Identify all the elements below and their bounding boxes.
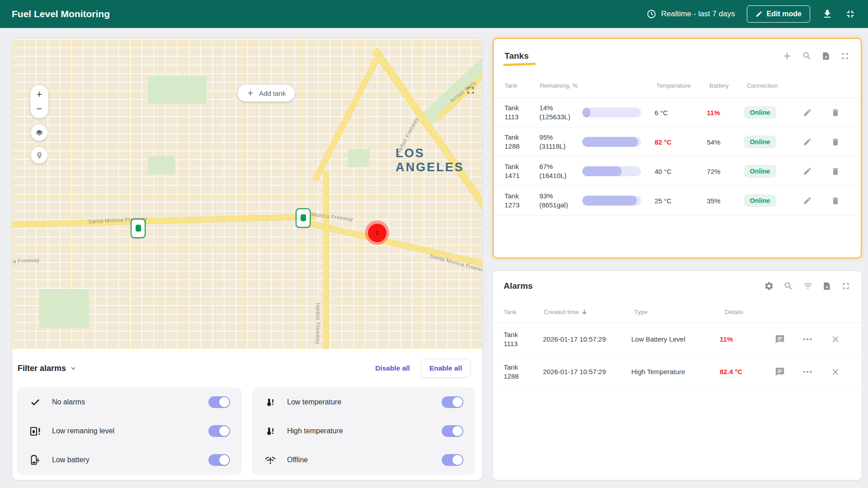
time-range-selector[interactable]: Realtime - last 7 days	[646, 9, 735, 19]
map-location-button[interactable]	[31, 147, 47, 164]
close-icon[interactable]	[831, 367, 840, 376]
table-row-tank-1471[interactable]: Tank1471 67%(16410L) 40 °C 72% Online	[494, 157, 861, 186]
remaining-volume: (125633L)	[539, 113, 582, 122]
table-row-tank-1273[interactable]: Tank1273 93%(8651gal) 25 °C 35% Online	[494, 186, 861, 216]
map-park	[348, 149, 369, 167]
filter-row-high-temperature: High temperature	[264, 417, 463, 446]
fuel-level-bar	[582, 166, 641, 176]
edit-tank-button[interactable]	[803, 137, 812, 147]
filter-label: Offline	[287, 456, 308, 464]
remaining-percent: 14%	[539, 103, 582, 113]
settings-gear-icon[interactable]	[764, 281, 774, 291]
alarm-row-tank-1113[interactable]: Tank1113 2026-01-17 10:57:29 Low Battery…	[493, 323, 862, 356]
remaining-volume: (31118L)	[539, 142, 582, 151]
alarms-panel-actions	[764, 281, 851, 291]
toggle-high-temperature[interactable]	[442, 425, 463, 437]
more-options-button[interactable]: •••	[803, 335, 813, 343]
tanks-table-rows: Tank1113 14%(125633L) 6 °C 11% Online Ta…	[494, 98, 861, 216]
delete-tank-button[interactable]	[831, 196, 840, 206]
map[interactable]: LOS ANGELES Santa Monica Freeway a Monic…	[12, 38, 482, 349]
edit-tank-button[interactable]	[803, 167, 812, 176]
alarms-table-rows: Tank1113 2026-01-17 10:57:29 Low Battery…	[493, 323, 862, 388]
delete-tank-button[interactable]	[831, 108, 840, 117]
map-card: LOS ANGELES Santa Monica Freeway a Monic…	[12, 38, 482, 480]
map-road-label: a Monica Freeway	[306, 211, 354, 223]
low-level-icon	[28, 425, 42, 437]
cluster-count: 2	[375, 230, 378, 236]
page-title: Fuel Level Monitoring	[12, 9, 110, 19]
tanks-panel: Tanks Tank Remaining, % T	[493, 38, 862, 258]
enable-all-button[interactable]: Enable all	[421, 359, 471, 378]
tanks-panel-actions	[782, 51, 850, 61]
download-button[interactable]	[822, 9, 833, 19]
status-badge: Online	[744, 136, 776, 148]
toggle-no-alarms[interactable]	[208, 396, 230, 408]
filter-card-left: No alarms Low remaning level	[17, 387, 242, 475]
tank-marker[interactable]	[296, 208, 311, 228]
disable-all-button[interactable]: Disable all	[375, 364, 410, 372]
search-icon[interactable]	[802, 51, 812, 61]
more-options-button[interactable]: •••	[803, 368, 813, 375]
edit-tank-button[interactable]	[803, 108, 812, 117]
filter-alarms-toggle[interactable]: Filter alarms	[18, 364, 77, 373]
zoom-in-button[interactable]: +	[30, 89, 48, 99]
tank-marker[interactable]	[131, 219, 146, 238]
toggle-low-temperature[interactable]	[442, 396, 463, 408]
tank-name: Tank	[505, 162, 539, 171]
filter-row-offline: Offline	[264, 446, 463, 474]
tank-id: 1113	[504, 339, 543, 348]
tank-id: 1471	[505, 171, 539, 180]
marker-cluster[interactable]: 2	[365, 221, 389, 245]
edit-mode-button[interactable]: Edit mode	[747, 5, 810, 23]
toggle-offline[interactable]	[442, 454, 463, 466]
remaining-percent: 95%	[539, 133, 582, 142]
alarm-row-tank-1288[interactable]: Tank1288 2026-01-17 10:57:29 High Temper…	[493, 356, 862, 388]
time-range-label: Realtime - last 7 days	[661, 9, 735, 19]
map-layers-button[interactable]	[31, 124, 47, 141]
map-fullscreen-button[interactable]	[465, 85, 476, 96]
delete-tank-button[interactable]	[831, 137, 840, 147]
filter-icon[interactable]	[803, 281, 813, 291]
tank-id: 1288	[505, 142, 539, 151]
filter-label: Low battery	[52, 456, 90, 464]
high-temperature-icon	[264, 425, 277, 437]
zoom-out-button[interactable]: −	[30, 104, 48, 114]
pencil-icon	[755, 10, 763, 18]
alarm-details: 82.4 °C	[720, 368, 775, 375]
filter-card-right: Low temperature High temperature	[252, 387, 475, 475]
close-icon[interactable]	[831, 335, 840, 344]
delete-tank-button[interactable]	[831, 167, 840, 176]
export-file-icon[interactable]	[821, 51, 830, 61]
filter-alarms-label: Filter alarms	[18, 364, 66, 373]
add-button[interactable]	[782, 51, 793, 61]
edit-tank-button[interactable]	[803, 196, 812, 206]
fuel-level-bar	[582, 196, 641, 206]
export-file-icon[interactable]	[822, 281, 831, 291]
table-row-tank-1288[interactable]: Tank1288 95%(31118L) 82 °C 54% Online	[494, 127, 861, 157]
tank-name: Tank	[505, 133, 539, 142]
comment-icon[interactable]	[775, 367, 785, 377]
tank-id: 1273	[505, 201, 539, 210]
add-tank-button[interactable]: Add tank	[237, 84, 295, 102]
remaining-percent: 67%	[539, 162, 582, 171]
alarm-created-time: 2026-01-17 10:57:29	[543, 335, 632, 343]
expand-fullscreen-icon[interactable]	[840, 51, 850, 61]
toggle-low-battery[interactable]	[208, 454, 230, 466]
toggle-low-remaining[interactable]	[208, 425, 230, 437]
tank-name: Tank	[505, 192, 539, 201]
col-temperature: Temperature	[656, 82, 709, 89]
status-badge: Online	[744, 165, 776, 178]
collapse-fullscreen-button[interactable]	[844, 8, 856, 20]
map-zoom-control: + −	[30, 85, 48, 118]
expand-fullscreen-icon[interactable]	[841, 281, 851, 291]
map-park	[148, 156, 175, 174]
alarms-panel-header: Alarms	[493, 271, 862, 301]
search-icon[interactable]	[783, 281, 793, 291]
temperature-value: 40 °C	[655, 168, 707, 175]
add-tank-label: Add tank	[259, 89, 286, 97]
col-remaining: Remaining, %	[540, 82, 656, 89]
table-row-tank-1113[interactable]: Tank1113 14%(125633L) 6 °C 11% Online	[494, 98, 861, 127]
alarms-table-header: Tank Created time Type Details	[493, 301, 862, 323]
col-created-time[interactable]: Created time	[544, 309, 634, 315]
comment-icon[interactable]	[775, 334, 785, 344]
